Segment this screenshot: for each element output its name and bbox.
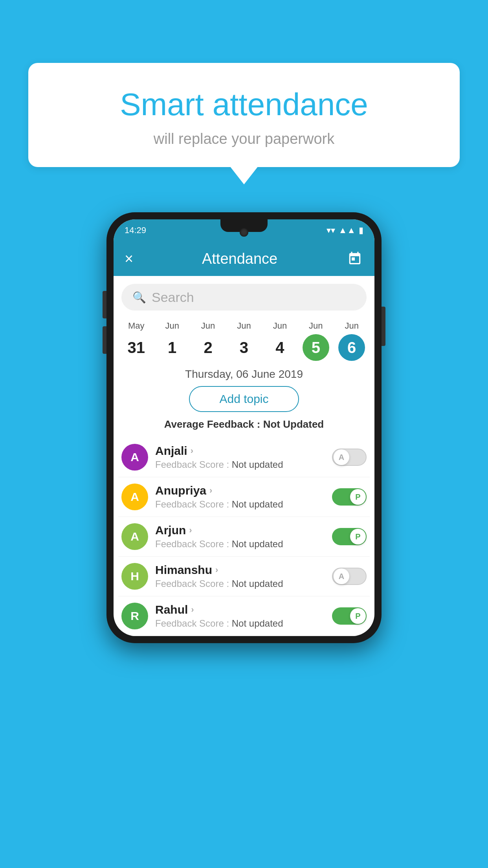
attendance-toggle[interactable]: P bbox=[332, 607, 367, 625]
average-feedback: Average Feedback : Not Updated bbox=[114, 418, 374, 430]
student-name: Rahul › bbox=[155, 603, 325, 616]
battery-icon: ▮ bbox=[359, 225, 363, 235]
student-feedback: Feedback Score : Not updated bbox=[155, 539, 325, 550]
calendar-day-5[interactable]: Jun5 bbox=[298, 321, 334, 361]
student-avatar: H bbox=[121, 563, 148, 590]
toggle-knob: P bbox=[350, 529, 366, 544]
status-time: 14:29 bbox=[125, 225, 146, 235]
cal-date-number: 1 bbox=[159, 334, 185, 361]
avg-feedback-value: Not Updated bbox=[263, 418, 324, 430]
phone-outer: 14:29 ▾▾ ▲▲ ▮ × Attendance 🔍 bbox=[106, 212, 382, 643]
student-item-4[interactable]: RRahul ›Feedback Score : Not updatedP bbox=[118, 596, 370, 636]
chevron-right-icon: › bbox=[191, 446, 193, 456]
feedback-value: Not updated bbox=[232, 539, 283, 549]
student-feedback: Feedback Score : Not updated bbox=[155, 618, 325, 629]
student-item-1[interactable]: AAnupriya ›Feedback Score : Not updatedP bbox=[118, 477, 370, 517]
student-item-2[interactable]: AArjun ›Feedback Score : Not updatedP bbox=[118, 517, 370, 557]
cal-month-label: Jun bbox=[190, 321, 226, 331]
student-info: Himanshu ›Feedback Score : Not updated bbox=[155, 563, 325, 589]
phone-notch bbox=[220, 219, 268, 232]
attendance-toggle[interactable]: A bbox=[332, 568, 367, 585]
app-bar: × Attendance bbox=[114, 241, 374, 276]
power-button bbox=[382, 307, 385, 346]
student-feedback: Feedback Score : Not updated bbox=[155, 578, 325, 589]
chevron-right-icon: › bbox=[209, 485, 212, 496]
cal-date-number: 6 bbox=[338, 334, 365, 361]
add-topic-button[interactable]: Add topic bbox=[189, 386, 299, 412]
feedback-value: Not updated bbox=[232, 499, 283, 509]
toggle-knob: A bbox=[334, 449, 349, 465]
cal-month-label: Jun bbox=[298, 321, 334, 331]
student-info: Arjun ›Feedback Score : Not updated bbox=[155, 524, 325, 550]
student-name: Himanshu › bbox=[155, 563, 325, 577]
student-item-0[interactable]: AAnjali ›Feedback Score : Not updatedA bbox=[118, 438, 370, 477]
status-icons: ▾▾ ▲▲ ▮ bbox=[327, 225, 363, 235]
cal-month-label: Jun bbox=[154, 321, 190, 331]
search-icon: 🔍 bbox=[132, 291, 146, 304]
cal-date-number: 4 bbox=[266, 334, 293, 361]
volume-up-button bbox=[103, 291, 106, 318]
cal-month-label: May bbox=[118, 321, 154, 331]
student-avatar: R bbox=[121, 603, 148, 629]
student-avatar: A bbox=[121, 484, 148, 510]
attendance-toggle[interactable]: P bbox=[332, 488, 367, 506]
calendar-day-3[interactable]: Jun3 bbox=[226, 321, 262, 361]
search-placeholder: Search bbox=[152, 290, 194, 305]
attendance-toggle[interactable]: P bbox=[332, 528, 367, 545]
student-info: Anupriya ›Feedback Score : Not updated bbox=[155, 484, 325, 510]
student-list: AAnjali ›Feedback Score : Not updatedAAA… bbox=[114, 438, 374, 636]
phone-frame: 14:29 ▾▾ ▲▲ ▮ × Attendance 🔍 bbox=[106, 212, 382, 643]
calendar-day-1[interactable]: Jun1 bbox=[154, 321, 190, 361]
avg-feedback-label: Average Feedback : bbox=[164, 418, 261, 430]
student-avatar: A bbox=[121, 444, 148, 471]
wifi-icon: ▾▾ bbox=[327, 225, 335, 235]
student-name: Anjali › bbox=[155, 444, 325, 458]
phone-screen: 14:29 ▾▾ ▲▲ ▮ × Attendance 🔍 bbox=[114, 219, 374, 636]
cal-month-label: Jun bbox=[334, 321, 370, 331]
student-avatar: A bbox=[121, 523, 148, 550]
app-bar-title: Attendance bbox=[202, 250, 277, 267]
calendar-day-2[interactable]: Jun2 bbox=[190, 321, 226, 361]
speech-bubble-subtitle: will replace your paperwork bbox=[44, 131, 444, 147]
toggle-switch[interactable]: P bbox=[332, 528, 367, 545]
speech-bubble: Smart attendance will replace your paper… bbox=[28, 63, 460, 167]
student-name: Anupriya › bbox=[155, 484, 325, 497]
feedback-value: Not updated bbox=[232, 618, 283, 629]
selected-date-label: Thursday, 06 June 2019 bbox=[114, 365, 374, 386]
calendar-day-0[interactable]: May31 bbox=[118, 321, 154, 361]
student-info: Anjali ›Feedback Score : Not updated bbox=[155, 444, 325, 470]
toggle-knob: A bbox=[334, 568, 349, 584]
toggle-switch[interactable]: P bbox=[332, 607, 367, 625]
cal-date-number: 5 bbox=[303, 334, 329, 361]
close-button[interactable]: × bbox=[125, 250, 133, 267]
student-item-3[interactable]: HHimanshu ›Feedback Score : Not updatedA bbox=[118, 557, 370, 596]
toggle-knob: P bbox=[350, 608, 366, 624]
student-info: Rahul ›Feedback Score : Not updated bbox=[155, 603, 325, 629]
toggle-switch[interactable]: A bbox=[332, 449, 367, 466]
chevron-right-icon: › bbox=[215, 565, 218, 575]
chevron-right-icon: › bbox=[191, 605, 194, 615]
attendance-toggle[interactable]: A bbox=[332, 449, 367, 466]
student-name: Arjun › bbox=[155, 524, 325, 537]
feedback-value: Not updated bbox=[232, 459, 283, 470]
search-bar[interactable]: 🔍 Search bbox=[121, 284, 367, 311]
feedback-value: Not updated bbox=[232, 578, 283, 589]
speech-bubble-title: Smart attendance bbox=[44, 86, 444, 123]
calendar-icon-button[interactable] bbox=[346, 250, 363, 267]
toggle-switch[interactable]: A bbox=[332, 568, 367, 585]
calendar-strip: May31Jun1Jun2Jun3Jun4Jun5Jun6 bbox=[114, 314, 374, 365]
signal-icon: ▲▲ bbox=[338, 225, 356, 235]
calendar-day-4[interactable]: Jun4 bbox=[262, 321, 298, 361]
cal-date-number: 2 bbox=[195, 334, 222, 361]
cal-month-label: Jun bbox=[226, 321, 262, 331]
chevron-right-icon: › bbox=[189, 525, 192, 535]
toggle-knob: P bbox=[350, 489, 366, 505]
toggle-switch[interactable]: P bbox=[332, 488, 367, 506]
student-feedback: Feedback Score : Not updated bbox=[155, 499, 325, 510]
volume-down-button bbox=[103, 326, 106, 354]
front-camera bbox=[240, 228, 248, 237]
cal-date-number: 31 bbox=[123, 334, 150, 361]
cal-month-label: Jun bbox=[262, 321, 298, 331]
cal-date-number: 3 bbox=[231, 334, 257, 361]
calendar-day-6[interactable]: Jun6 bbox=[334, 321, 370, 361]
